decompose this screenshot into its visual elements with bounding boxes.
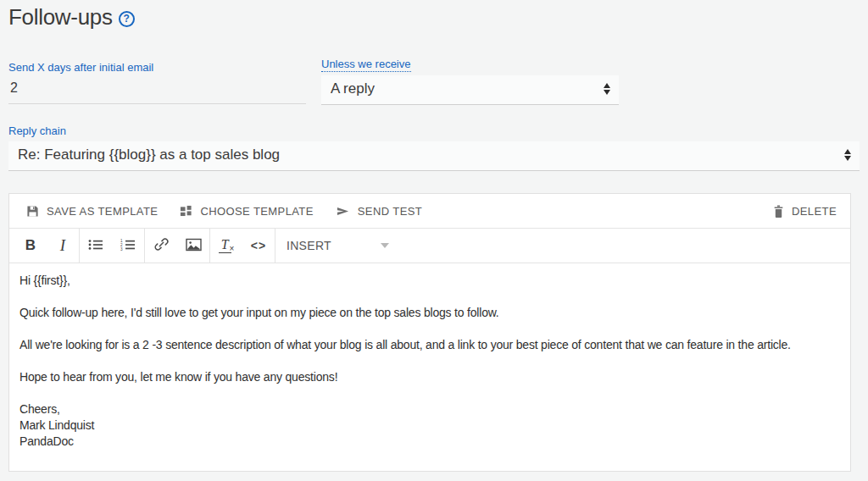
insert-label: INSERT [287,239,331,252]
bold-icon: B [25,237,36,254]
unless-select[interactable]: A reply [321,75,619,105]
days-input[interactable] [8,75,306,104]
trash-icon [773,205,784,218]
numbered-list-icon: 123 [120,239,136,253]
select-arrows-icon [844,149,851,161]
editor-action-bar: SAVE AS TEMPLATE CHOOSE TEMPLATE SEND TE… [9,194,850,229]
email-body-editor[interactable]: Hi {{first}}, Quick follow-up here, I'd … [9,263,850,471]
followups-page: Follow-ups ? Send X days after initial e… [0,0,868,481]
code-view-icon: <> [251,239,266,252]
send-arrow-icon [336,205,350,218]
choose-template-button[interactable]: CHOOSE TEMPLATE [180,205,313,218]
choose-template-label: CHOOSE TEMPLATE [200,205,313,218]
bold-button[interactable]: B [14,229,47,263]
unless-select-value: A reply [331,80,375,97]
select-arrows-icon [604,83,610,95]
grid-icon [180,205,192,218]
bullet-list-icon [88,239,103,253]
insert-dropdown[interactable]: INSERT [275,229,401,263]
unless-label: Unless we receive [321,58,411,72]
chevron-down-icon [381,243,389,248]
email-paragraph: Hi {{first}}, [19,273,840,289]
reply-chain-select-value: Re: Featuring {{blog}} as a top sales bl… [18,147,280,163]
unless-field: Unless we receive A reply [321,56,619,105]
code-view-button[interactable]: <> [242,229,275,263]
email-paragraph: All we're looking for is a 2 -3 sentence… [19,337,840,353]
image-icon [186,238,202,254]
italic-icon: I [60,236,65,255]
days-field: Send X days after initial email [8,59,306,104]
reply-chain-field: Reply chain Re: Featuring {{blog}} as a … [8,123,860,171]
bullet-list-button[interactable] [80,229,112,263]
email-paragraph: Quick follow-up here, I'd still love to … [19,305,840,321]
link-button[interactable] [145,229,177,263]
send-test-label: SEND TEST [358,205,422,218]
reply-chain-select[interactable]: Re: Featuring {{blog}} as a top sales bl… [8,141,860,171]
clear-formatting-button[interactable]: T× [210,229,242,263]
formatting-toolbar: B I 123 [9,229,850,263]
email-signature: Cheers, Mark Lindquist PandaDoc [19,401,840,450]
italic-button[interactable]: I [47,229,79,263]
email-paragraph: Hope to hear from you, let me know if yo… [19,369,840,385]
email-editor: SAVE AS TEMPLATE CHOOSE TEMPLATE SEND TE… [8,193,851,472]
delete-label: DELETE [792,205,837,218]
delete-button[interactable]: DELETE [773,205,837,218]
numbered-list-button[interactable]: 123 [112,229,144,263]
send-test-button[interactable]: SEND TEST [336,205,422,218]
days-label: Send X days after initial email [8,61,153,74]
page-title: Follow-ups [8,4,113,30]
chain-link-icon [154,237,169,254]
save-as-template-label: SAVE AS TEMPLATE [47,205,158,218]
svg-text:3: 3 [120,246,123,250]
help-icon[interactable]: ? [119,11,135,27]
reply-chain-label: Reply chain [8,124,66,137]
image-button[interactable] [177,229,209,263]
floppy-disk-icon [26,205,39,218]
page-header: Follow-ups ? [8,4,135,30]
clear-formatting-icon: T× [219,238,235,253]
save-as-template-button[interactable]: SAVE AS TEMPLATE [26,205,158,218]
